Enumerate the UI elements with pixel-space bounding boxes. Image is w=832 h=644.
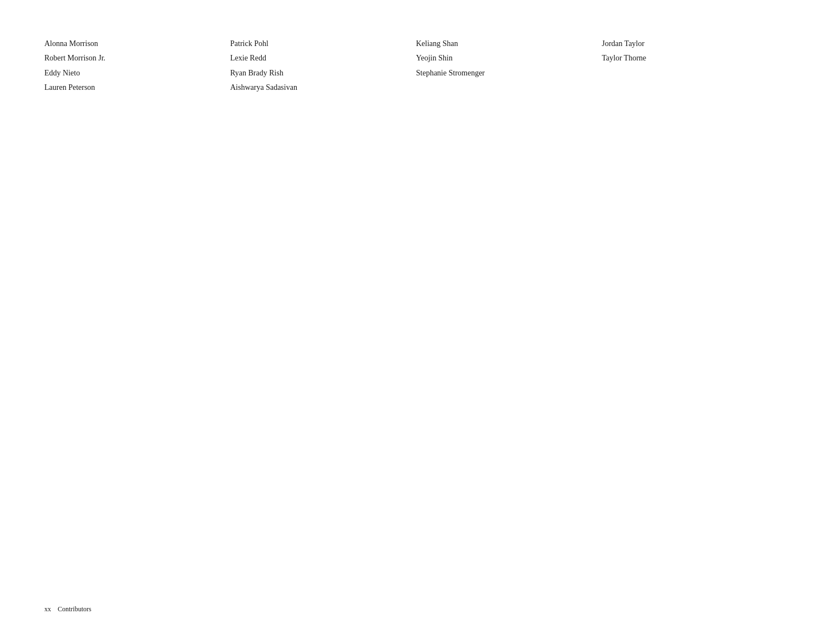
- list-item: Stephanie Stromenger: [416, 67, 602, 79]
- list-item: Robert Morrison Jr.: [44, 52, 230, 64]
- names-column-3: Keliang ShanYeojin ShinStephanie Stromen…: [416, 38, 602, 94]
- page-content: Alonna MorrisonRobert Morrison Jr.Eddy N…: [0, 0, 832, 644]
- page-footer: xx Contributors: [44, 605, 92, 613]
- footer-label: Contributors: [58, 605, 92, 613]
- names-column-2: Patrick PohlLexie ReddRyan Brady RishAis…: [230, 38, 416, 94]
- list-item: Lauren Peterson: [44, 82, 230, 94]
- list-item: Ryan Brady Rish: [230, 67, 416, 79]
- names-column-1: Alonna MorrisonRobert Morrison Jr.Eddy N…: [44, 38, 230, 94]
- list-item: Taylor Thorne: [602, 52, 788, 64]
- list-item: Lexie Redd: [230, 52, 416, 64]
- page-number: xx: [44, 605, 51, 613]
- list-item: Keliang Shan: [416, 38, 602, 50]
- list-item: Jordan Taylor: [602, 38, 788, 50]
- names-column-4: Jordan TaylorTaylor Thorne: [602, 38, 788, 94]
- list-item: Yeojin Shin: [416, 52, 602, 64]
- names-grid: Alonna MorrisonRobert Morrison Jr.Eddy N…: [44, 38, 788, 94]
- list-item: Patrick Pohl: [230, 38, 416, 50]
- list-item: Alonna Morrison: [44, 38, 230, 50]
- list-item: Eddy Nieto: [44, 67, 230, 79]
- list-item: Aishwarya Sadasivan: [230, 82, 416, 94]
